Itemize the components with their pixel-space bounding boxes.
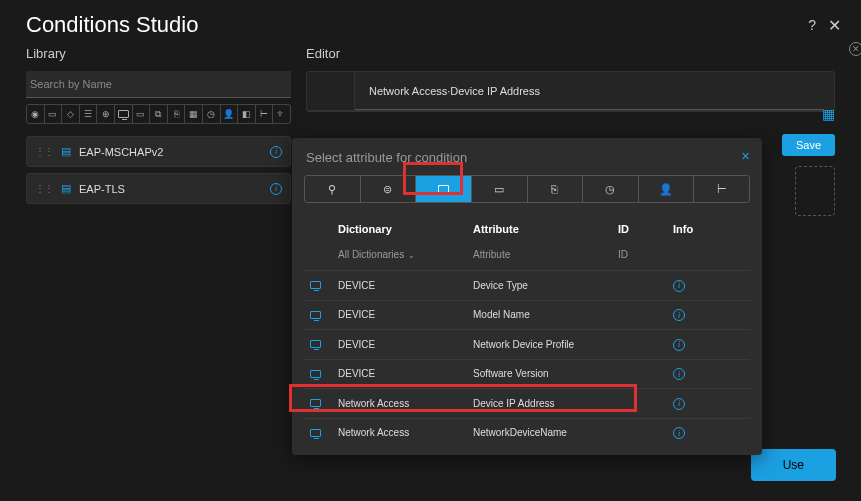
modal-title: Select attribute for condition [292,138,762,175]
row-info-icon[interactable]: i [673,279,744,292]
row-attribute: Software Version [473,368,618,379]
attribute-row[interactable]: DEVICENetwork Device Profilei [304,329,750,359]
row-attribute: Network Device Profile [473,339,618,350]
page-title: Conditions Studio [26,12,198,38]
attribute-filter[interactable]: Attribute [473,249,618,260]
tab-hierarchy-icon[interactable]: ⊢ [694,176,749,202]
table-filters: All Dictionaries⌄ Attribute ID [304,243,750,270]
drag-handle-icon[interactable]: ⋮⋮ [35,183,53,194]
search-input[interactable] [26,71,291,98]
tab-id-icon[interactable]: ▭ [472,176,528,202]
device-icon [310,338,338,350]
tab-clock-icon[interactable]: ◷ [583,176,639,202]
filter-icon[interactable]: ᯤ [273,105,290,123]
filter-icon[interactable]: ⊕ [97,105,115,123]
use-button[interactable]: Use [751,449,836,481]
row-info-icon[interactable]: i [673,397,744,410]
editor-icon-slot[interactable] [307,72,355,110]
remove-condition-icon[interactable]: ✕ [849,41,861,56]
library-item-label: EAP-TLS [79,183,270,195]
filter-icon[interactable]: 👤 [221,105,239,123]
attribute-selector-modal: Select attribute for condition ✕ ⚲ ⊜ ▭ ⎘… [292,138,762,455]
device-icon [310,427,338,439]
row-info-icon[interactable]: i [673,427,744,440]
info-icon[interactable]: i [270,183,282,195]
filter-icon[interactable]: ▦ [185,105,203,123]
row-attribute: Device IP Address [473,398,618,409]
modal-close-icon[interactable]: ✕ [741,150,750,163]
device-icon [310,397,338,409]
library-label: Library [26,46,291,61]
document-icon: ▤ [61,182,71,195]
col-dictionary: Dictionary [338,223,473,235]
attribute-row[interactable]: DEVICEModel Namei [304,300,750,330]
info-icon[interactable]: i [270,146,282,158]
row-info-icon[interactable]: i [673,338,744,351]
filter-icon[interactable]: ▭ [45,105,63,123]
editor-label: Editor [306,46,835,61]
attribute-row[interactable]: Network AccessDevice IP Addressi [304,388,750,418]
filter-icon[interactable]: ⊢ [256,105,274,123]
filter-icon[interactable]: ☰ [80,105,98,123]
close-icon[interactable]: ✕ [828,16,841,35]
tab-globe-icon[interactable]: ⊜ [361,176,417,202]
library-filter-icons[interactable]: ◉ ▭ ◇ ☰ ⊕ ▭ ⧉ ⎘ ▦ ◷ 👤 ◧ ⊢ ᯤ [26,104,291,124]
filter-icon[interactable]: ⎘ [168,105,186,123]
row-dictionary: DEVICE [338,280,473,291]
row-attribute: NetworkDeviceName [473,427,618,438]
row-dictionary: DEVICE [338,368,473,379]
document-icon: ▤ [61,145,71,158]
library-item[interactable]: ⋮⋮ ▤ EAP-TLS i [26,173,291,204]
filter-icon[interactable]: ◉ [27,105,45,123]
drop-zone[interactable] [795,166,835,216]
attribute-row[interactable]: DEVICEDevice Typei [304,270,750,300]
row-dictionary: Network Access [338,398,473,409]
device-icon [310,279,338,291]
tab-device-icon[interactable] [416,176,472,202]
tab-document-icon[interactable]: ⎘ [528,176,584,202]
filter-icon[interactable]: ⧉ [150,105,168,123]
filter-icon[interactable]: ◇ [62,105,80,123]
filter-icon[interactable]: ◧ [238,105,256,123]
row-attribute: Device Type [473,280,618,291]
drag-handle-icon[interactable]: ⋮⋮ [35,146,53,157]
row-dictionary: DEVICE [338,309,473,320]
category-tabs: ⚲ ⊜ ▭ ⎘ ◷ 👤 ⊢ [304,175,750,203]
col-info: Info [673,223,744,235]
attribute-row[interactable]: DEVICESoftware Versioni [304,359,750,389]
device-icon [310,368,338,380]
row-dictionary: Network Access [338,427,473,438]
row-dictionary: DEVICE [338,339,473,350]
editor-condition-box: Network Access·Device IP Address [306,71,835,112]
filter-icon[interactable]: ▭ [133,105,151,123]
grid-view-icon[interactable]: ▦ [822,106,835,122]
tab-location-icon[interactable]: ⚲ [305,176,361,202]
row-info-icon[interactable]: i [673,368,744,381]
col-id: ID [618,223,673,235]
id-filter[interactable]: ID [618,249,673,260]
filter-icon[interactable]: ◷ [203,105,221,123]
filter-icon[interactable] [115,105,133,123]
row-info-icon[interactable]: i [673,309,744,322]
col-attribute: Attribute [473,223,618,235]
save-button[interactable]: Save [782,134,835,156]
help-icon[interactable]: ? [808,17,816,33]
row-attribute: Model Name [473,309,618,320]
library-item-label: EAP-MSCHAPv2 [79,146,270,158]
attribute-row[interactable]: Network AccessNetworkDeviceNamei [304,418,750,448]
condition-text[interactable]: Network Access·Device IP Address [355,73,824,110]
tab-user-icon[interactable]: 👤 [639,176,695,202]
table-header: Dictionary Attribute ID Info [304,215,750,243]
dictionary-filter[interactable]: All Dictionaries⌄ [338,249,473,260]
library-item[interactable]: ⋮⋮ ▤ EAP-MSCHAPv2 i [26,136,291,167]
device-icon [310,309,338,321]
